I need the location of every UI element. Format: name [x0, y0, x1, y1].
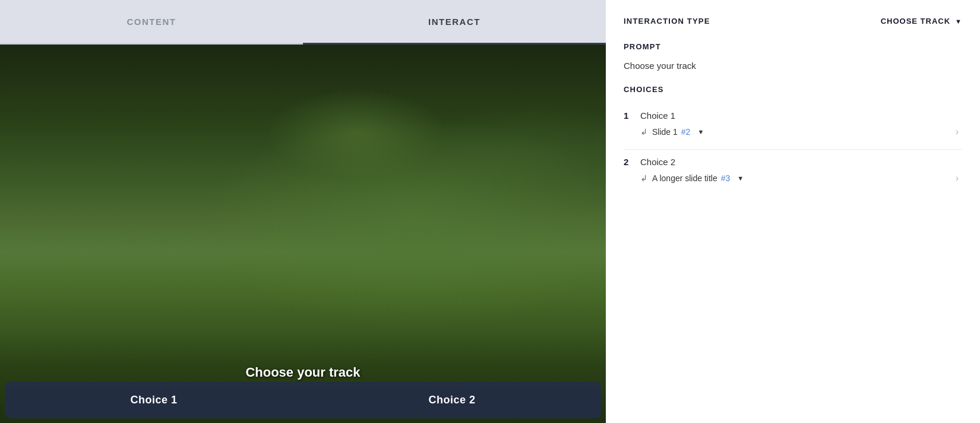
interaction-type-dropdown[interactable]: CHOOSE TRACK ▼: [881, 17, 962, 26]
interaction-type-value: CHOOSE TRACK: [881, 17, 950, 26]
slide-label-1: Slide 1: [652, 127, 678, 137]
navigate-arrow-icon-1[interactable]: ›: [952, 125, 962, 138]
prompt-label: PROMPT: [624, 42, 962, 51]
prompt-value: Choose your track: [624, 61, 962, 71]
choice-item-1: 1 Choice 1 ↳ Slide 1 #2 ▼ ›: [624, 111, 962, 138]
interaction-type-row: INTERACTION TYPE CHOOSE TRACK ▼: [624, 17, 962, 26]
choice-header-2: 2 Choice 2: [624, 157, 962, 167]
interaction-type-label: INTERACTION TYPE: [624, 17, 710, 26]
tab-content[interactable]: CONTENT: [0, 0, 303, 43]
return-arrow-icon-1: ↳: [640, 127, 647, 137]
choice-number-1: 1: [624, 111, 634, 121]
choices-label: CHOICES: [624, 85, 962, 94]
return-arrow-icon-2: ↳: [640, 173, 647, 183]
slide-num-2: #3: [721, 173, 731, 183]
divider-1: [624, 149, 962, 150]
choice-item-2: 2 Choice 2 ↳ A longer slide title #3 ▼ ›: [624, 157, 962, 185]
navigate-arrow-icon-2[interactable]: ›: [952, 172, 962, 185]
chevron-down-icon: ▼: [955, 18, 962, 25]
slide-label-2: A longer slide title: [652, 173, 717, 183]
choice1-button[interactable]: Choice 1: [5, 382, 303, 418]
tabs-bar: CONTENT INTERACT: [0, 0, 606, 45]
slide-row-2: ↳ A longer slide title #3 ▼ ›: [624, 172, 962, 185]
slide-chevron-down-icon-2: ▼: [737, 175, 744, 182]
choice-label-1: Choice 1: [640, 111, 675, 121]
choice-number-2: 2: [624, 157, 634, 167]
choice2-button[interactable]: Choice 2: [303, 382, 601, 418]
slide-row-1: ↳ Slide 1 #2 ▼ ›: [624, 125, 962, 138]
right-panel: INTERACTION TYPE CHOOSE TRACK ▼ PROMPT C…: [606, 0, 980, 423]
left-panel: CONTENT INTERACT Choose your track Choic…: [0, 0, 606, 423]
slide-dropdown-1[interactable]: Slide 1 #2 ▼: [652, 127, 947, 137]
slide-dropdown-2[interactable]: A longer slide title #3 ▼: [652, 173, 947, 183]
prompt-section: PROMPT Choose your track: [624, 42, 962, 71]
slide-num-1: #2: [681, 127, 691, 137]
slide-chevron-down-icon-1: ▼: [697, 128, 704, 135]
tab-interact[interactable]: INTERACT: [303, 0, 606, 43]
preview-area: Choose your track Choice 1 Choice 2: [0, 45, 606, 423]
choices-bar: Choice 1 Choice 2: [0, 377, 606, 423]
choice-label-2: Choice 2: [640, 157, 675, 167]
choices-section: CHOICES 1 Choice 1 ↳ Slide 1 #2 ▼ › 2: [624, 85, 962, 185]
choice-header-1: 1 Choice 1: [624, 111, 962, 121]
